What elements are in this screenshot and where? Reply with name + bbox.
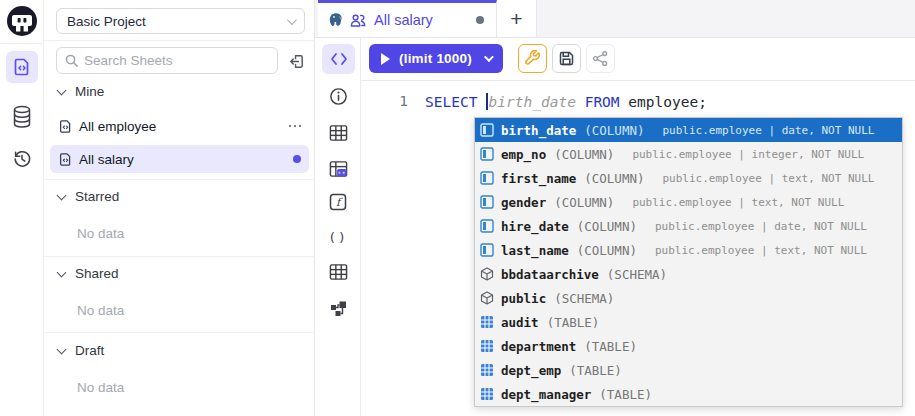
section-mine[interactable]: Mine	[58, 84, 104, 99]
sheet-icon	[58, 152, 73, 167]
run-button-label: (limit 1000)	[399, 51, 472, 66]
tab-label: All salary	[372, 12, 470, 28]
editor-rail: f ()	[315, 0, 361, 416]
panel-divider	[44, 256, 315, 257]
sheet-item-all-salary[interactable]: All salary	[50, 145, 309, 173]
sidebar-item-history[interactable]	[6, 143, 38, 175]
panel-divider	[44, 332, 315, 333]
column-icon	[480, 219, 494, 233]
suggestion-department[interactable]: department (TABLE)	[475, 334, 902, 358]
table-icon	[480, 387, 494, 401]
schema-icon	[480, 291, 494, 305]
suggestion-bbdataarchive[interactable]: bbdataarchive (SCHEMA)	[475, 262, 902, 286]
code-icon	[330, 52, 348, 66]
tab-all-salary[interactable]: All salary	[318, 0, 497, 37]
chevron-down-icon	[484, 52, 494, 62]
share-icon	[592, 50, 609, 67]
rail-item-info[interactable]	[328, 86, 348, 106]
suggestion-dept-emp[interactable]: dept_emp (TABLE)	[475, 358, 902, 382]
bytebase-logo-icon[interactable]	[7, 6, 37, 36]
section-shared-label: Shared	[75, 266, 119, 281]
search-placeholder: Search Sheets	[84, 53, 173, 68]
project-selector[interactable]: Basic Project	[56, 8, 305, 34]
shared-empty-text: No data	[77, 303, 124, 318]
sheet-item-label: All employee	[79, 119, 283, 134]
text-cursor	[486, 93, 488, 110]
unsaved-dot-icon	[476, 16, 484, 24]
table-icon	[480, 363, 494, 377]
suggestion-last-name[interactable]: last_name (COLUMN) public.employee | tex…	[475, 238, 902, 262]
function-icon: f	[329, 193, 347, 211]
autocomplete-popup: birth_date (COLUMN) public.employee | da…	[474, 117, 903, 407]
suggestion-first-name[interactable]: first_name (COLUMN) public.employee | te…	[475, 166, 902, 190]
wrench-icon	[524, 50, 541, 67]
suggestion-public[interactable]: public (SCHEMA)	[475, 286, 902, 310]
open-sheet-button[interactable]	[285, 50, 307, 72]
table-icon	[480, 339, 494, 353]
chevron-down-icon	[57, 85, 67, 95]
format-sql-button[interactable]	[518, 44, 547, 73]
rail-item-functions[interactable]: f	[328, 192, 348, 212]
chevron-down-icon	[287, 15, 297, 25]
line-number: 1	[361, 93, 408, 109]
run-query-button[interactable]: (limit 1000)	[369, 44, 503, 73]
sheet-panel: Basic Project Search Sheets Mine	[44, 0, 315, 416]
suggestion-hire-date[interactable]: hire_date (COLUMN) public.employee | dat…	[475, 214, 902, 238]
suggestion-gender[interactable]: gender (COLUMN) public.employee | text, …	[475, 190, 902, 214]
share-sheet-button[interactable]	[586, 44, 615, 73]
sql-editor-app: Basic Project Search Sheets Mine	[0, 0, 915, 416]
rail-item-code[interactable]	[322, 44, 355, 74]
section-draft-label: Draft	[75, 343, 104, 358]
search-sheets-input[interactable]: Search Sheets	[56, 47, 278, 74]
rail-item-schema-diagram[interactable]	[328, 298, 348, 318]
rail-item-procedures[interactable]: ()	[328, 227, 348, 247]
chevron-down-icon	[57, 344, 67, 354]
sheet-item-all-employee[interactable]: All employee	[50, 112, 309, 140]
column-icon	[480, 147, 494, 161]
sql-text: employee;	[620, 94, 707, 110]
search-icon	[64, 53, 79, 68]
rail-item-table-data[interactable]	[328, 159, 348, 179]
suggestion-emp-no[interactable]: emp_no (COLUMN) public.employee | intege…	[475, 142, 902, 166]
suggestion-dept-manager[interactable]: dept_manager (TABLE)	[475, 382, 902, 406]
sql-keyword: SELECT	[425, 94, 486, 110]
draft-empty-text: No data	[77, 380, 124, 395]
more-actions-icon[interactable]	[289, 125, 302, 128]
schema-icon	[480, 267, 494, 281]
suggestion-birth-date[interactable]: birth_date (COLUMN) public.employee | da…	[475, 118, 902, 142]
editor-toolbar: (limit 1000)	[361, 38, 915, 81]
sidebar-item-sheets[interactable]	[6, 51, 38, 83]
column-icon	[480, 243, 494, 257]
open-sheet-icon	[287, 52, 306, 71]
schema-diagram-icon	[329, 299, 348, 318]
new-tab-button[interactable]: +	[497, 0, 537, 37]
rail-item-tables[interactable]	[328, 123, 348, 143]
section-starred[interactable]: Starred	[58, 189, 119, 204]
rail-item-external-tables[interactable]	[328, 262, 348, 282]
app-sidebar	[0, 0, 44, 416]
sidebar-item-databases[interactable]	[6, 101, 38, 133]
sheet-icon	[58, 119, 73, 134]
database-icon	[11, 105, 33, 129]
sql-keyword: FROM	[576, 94, 620, 110]
panel-divider	[44, 179, 315, 180]
table-icon	[480, 315, 494, 329]
suggestion-audit[interactable]: audit (TABLE)	[475, 310, 902, 334]
users-icon	[350, 13, 366, 28]
active-sheet-dot	[293, 155, 301, 163]
project-selector-value: Basic Project	[67, 14, 287, 29]
play-icon	[381, 53, 390, 65]
sheet-icon	[12, 57, 32, 77]
info-icon	[329, 87, 348, 106]
save-sheet-button[interactable]	[552, 44, 581, 73]
section-shared[interactable]: Shared	[58, 266, 119, 281]
section-draft[interactable]: Draft	[58, 343, 104, 358]
postgres-icon	[328, 12, 344, 28]
section-starred-label: Starred	[75, 189, 119, 204]
code-line-1: 1SELECT birth_date FROM employee;	[361, 91, 707, 111]
column-icon	[480, 123, 494, 137]
save-icon	[558, 50, 575, 67]
starred-empty-text: No data	[77, 226, 124, 241]
table-icon	[329, 263, 348, 281]
panel-divider	[44, 40, 315, 41]
